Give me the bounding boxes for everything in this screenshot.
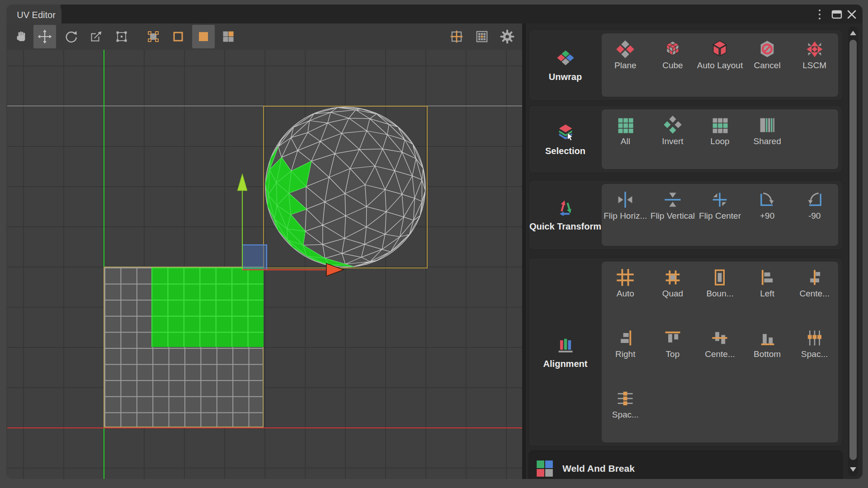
rotate-plus-90-button[interactable]: +90 bbox=[744, 184, 791, 246]
quick-transform-icon bbox=[556, 198, 576, 218]
section-label: Quick Transform bbox=[529, 221, 601, 232]
scale-icon bbox=[90, 30, 103, 43]
close-icon bbox=[847, 9, 857, 19]
auto-layout-button[interactable]: Auto Layout bbox=[696, 33, 744, 97]
section-weld-and-break[interactable]: Weld And Break bbox=[528, 450, 843, 479]
align-top-button[interactable]: Top bbox=[649, 322, 697, 383]
align-auto-button[interactable]: Auto bbox=[602, 262, 649, 322]
flip-vertical-button[interactable]: Flip Vertical bbox=[649, 184, 697, 246]
uv-canvas[interactable] bbox=[7, 50, 522, 479]
flip-horizontal-icon bbox=[615, 190, 635, 210]
move-icon bbox=[38, 29, 52, 44]
plane-button[interactable]: Plane bbox=[602, 33, 649, 97]
align-top-icon bbox=[663, 328, 683, 348]
uv-editor-window: UV Editor bbox=[6, 5, 863, 479]
align-bottom-icon bbox=[757, 328, 777, 348]
rotate-minus-90-icon bbox=[805, 190, 825, 210]
select-loop-button[interactable]: Loop bbox=[696, 109, 744, 169]
section-selection: Selection All Invert bbox=[528, 105, 843, 173]
align-center-horizontal-button[interactable]: Cente... bbox=[696, 322, 744, 383]
spacing-horizontal-button[interactable]: Spac... bbox=[791, 322, 838, 383]
flip-center-icon bbox=[710, 190, 730, 210]
hand-icon bbox=[14, 30, 28, 43]
tab-uv-editor[interactable]: UV Editor bbox=[11, 6, 61, 23]
sphere-uv-mesh[interactable] bbox=[265, 107, 425, 267]
snap-grid-icon bbox=[475, 29, 489, 44]
quick-transform-section-header[interactable]: Quick Transform bbox=[529, 180, 602, 249]
scroll-down-arrow[interactable] bbox=[850, 467, 856, 472]
maximize-button[interactable] bbox=[830, 8, 843, 21]
scroll-up-arrow[interactable] bbox=[850, 31, 856, 35]
spacing-vertical-button[interactable]: Spac... bbox=[602, 383, 649, 443]
edge-select-icon bbox=[171, 30, 185, 43]
align-center-vertical-icon bbox=[805, 267, 825, 287]
select-all-button[interactable]: All bbox=[602, 109, 649, 169]
face-select-icon bbox=[197, 30, 210, 43]
align-bounds-icon bbox=[710, 267, 730, 287]
section-unwrap: Unwrap Plane bbox=[528, 29, 843, 101]
maximize-icon bbox=[831, 9, 842, 19]
panel-scrollbar[interactable] bbox=[848, 26, 858, 476]
spacing-horizontal-icon bbox=[805, 328, 825, 348]
close-button[interactable] bbox=[845, 8, 858, 21]
select-shared-button[interactable]: Shared bbox=[744, 109, 791, 169]
vertex-select-button[interactable] bbox=[142, 25, 165, 48]
island-select-button[interactable] bbox=[217, 25, 240, 48]
snap-grid-button[interactable] bbox=[471, 25, 493, 48]
flip-center-button[interactable]: Flip Center bbox=[696, 184, 744, 246]
window-title: UV Editor bbox=[17, 10, 56, 20]
rotate-tool-button[interactable] bbox=[60, 25, 82, 48]
section-label: Alignment bbox=[543, 359, 588, 369]
move-tool-button[interactable] bbox=[33, 25, 56, 48]
gizmo-y-arrowhead bbox=[237, 174, 247, 191]
face-select-button[interactable] bbox=[192, 25, 215, 48]
section-label: Selection bbox=[545, 146, 585, 156]
spacing-vertical-icon bbox=[615, 389, 635, 408]
snap-pixel-icon bbox=[449, 29, 464, 44]
select-invert-button[interactable]: Invert bbox=[649, 109, 697, 169]
select-invert-icon bbox=[663, 115, 683, 135]
panel-divider[interactable] bbox=[522, 23, 526, 479]
unwrap-section-header[interactable]: Unwrap bbox=[529, 30, 602, 100]
cube-button[interactable]: Cube bbox=[649, 33, 697, 97]
align-center-vertical-button[interactable]: Cente... bbox=[791, 262, 838, 322]
align-auto-icon bbox=[615, 267, 635, 287]
settings-button[interactable] bbox=[496, 25, 519, 48]
flip-vertical-icon bbox=[663, 190, 683, 210]
align-left-button[interactable]: Left bbox=[744, 262, 791, 322]
align-right-button[interactable]: Right bbox=[602, 322, 649, 383]
box-select-tool-button[interactable] bbox=[110, 25, 133, 48]
cancel-button[interactable]: Cancel bbox=[744, 33, 791, 97]
rotate-plus-90-icon bbox=[757, 190, 777, 210]
align-right-icon bbox=[615, 328, 635, 348]
align-bounds-button[interactable]: Boun... bbox=[696, 262, 744, 322]
kebab-menu-icon bbox=[818, 9, 821, 20]
plane-icon bbox=[615, 39, 635, 59]
scale-tool-button[interactable] bbox=[85, 25, 108, 48]
alignment-section-header[interactable]: Alignment bbox=[529, 258, 602, 446]
rotate-minus-90-button[interactable]: -90 bbox=[791, 184, 838, 246]
kebab-menu-button[interactable] bbox=[813, 8, 826, 21]
align-bottom-button[interactable]: Bottom bbox=[744, 322, 791, 383]
align-quad-button[interactable]: Quad bbox=[649, 262, 697, 322]
align-center-horizontal-icon bbox=[710, 328, 730, 348]
selection-section-header[interactable]: Selection bbox=[529, 106, 602, 173]
align-left-icon bbox=[757, 267, 777, 287]
lscm-icon bbox=[805, 39, 825, 59]
lscm-button[interactable]: LSCM bbox=[791, 33, 838, 97]
scrollbar-thumb[interactable] bbox=[849, 40, 857, 460]
align-quad-icon bbox=[663, 267, 683, 287]
weld-and-break-label: Weld And Break bbox=[562, 463, 635, 474]
box-select-icon bbox=[115, 30, 128, 43]
select-loop-icon bbox=[710, 115, 730, 135]
selection-icon bbox=[556, 122, 576, 142]
cancel-icon bbox=[757, 39, 777, 59]
auto-layout-icon bbox=[710, 39, 730, 59]
snap-pixel-button[interactable] bbox=[445, 25, 468, 48]
pan-tool-button[interactable] bbox=[10, 25, 33, 48]
flip-horizontal-button[interactable]: Flip Horiz... bbox=[602, 184, 649, 246]
vertex-select-icon bbox=[146, 30, 160, 43]
select-all-icon bbox=[615, 115, 635, 135]
edge-select-button[interactable] bbox=[167, 25, 189, 48]
gizmo-plane-handle[interactable] bbox=[242, 245, 267, 270]
